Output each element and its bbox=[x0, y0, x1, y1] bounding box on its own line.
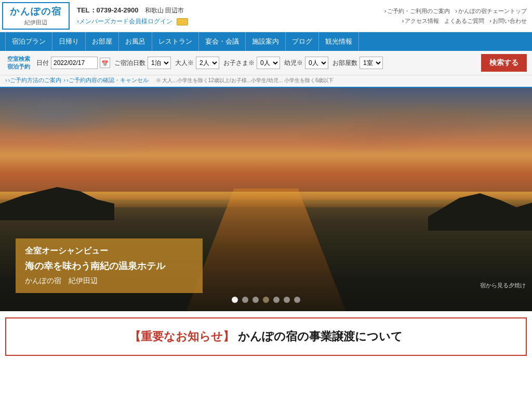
dot-6[interactable] bbox=[284, 297, 290, 303]
notice-text: かんぽの宿の事業譲渡について bbox=[238, 330, 403, 343]
hero-dots bbox=[232, 297, 300, 303]
login-link[interactable]: ›メンバーズカード会員様ログイン bbox=[77, 17, 172, 26]
header-contact: TEL：0739-24-2900 和歌山 田辺市 bbox=[77, 6, 374, 15]
infants-label: 幼児※ bbox=[284, 59, 303, 68]
rooms-label: お部屋数 bbox=[332, 59, 357, 68]
header-middle: TEL：0739-24-2900 和歌山 田辺市 ›メンバーズカード会員様ログイ… bbox=[72, 0, 379, 32]
nav-accommodation[interactable]: 宿泊プラン bbox=[5, 32, 52, 51]
nav-banquet[interactable]: 宴会・会議 bbox=[199, 32, 246, 51]
header: かんぽの宿 紀伊田辺 TEL：0739-24-2900 和歌山 田辺市 ›メンバ… bbox=[0, 0, 532, 32]
chain-top-link[interactable]: かんぽの宿チェーントップ bbox=[455, 7, 527, 15]
adults-label: 大人※ bbox=[175, 59, 194, 68]
dot-5[interactable] bbox=[273, 297, 280, 303]
logo[interactable]: かんぽの宿 紀伊田辺 bbox=[2, 2, 70, 30]
header-links-row1: ご予約・ご利用のご案内 かんぽの宿チェーントップ bbox=[384, 7, 527, 15]
nights-select[interactable]: 1泊 bbox=[148, 57, 171, 69]
header-links-row2: アクセス情報 よくあるご質問 お問い合わせ bbox=[402, 17, 527, 25]
reservation-confirm-link[interactable]: ›ご予約内容の確認・キャンセル bbox=[63, 76, 148, 84]
header-login[interactable]: ›メンバーズカード会員様ログイン bbox=[77, 17, 374, 26]
nav-tourism[interactable]: 観光情報 bbox=[319, 32, 359, 51]
search-button[interactable]: 検索する bbox=[481, 54, 527, 72]
nights-label: ご宿泊日数 bbox=[114, 59, 145, 68]
rooms-select[interactable]: 1室 bbox=[360, 57, 383, 69]
children-field: お子さま※ 0人 bbox=[223, 57, 280, 69]
card-icon bbox=[177, 18, 188, 25]
nav-facilities[interactable]: 施設案内 bbox=[246, 32, 286, 51]
reservation-method-link[interactable]: ›ご予約方法のご案内 bbox=[5, 76, 61, 84]
search-note: ※ 大人...小学生を除く12歳以上/お子様...小学生/幼児... 小学生を除… bbox=[156, 77, 334, 84]
adults-select[interactable]: 2人 bbox=[196, 57, 219, 69]
access-link[interactable]: アクセス情報 bbox=[402, 17, 440, 25]
dot-7[interactable] bbox=[294, 297, 300, 303]
tel-number: TEL：0739-24-2900 bbox=[77, 6, 139, 15]
main-nav: 宿泊プラン 日帰り お部屋 お風呂 レストラン 宴会・会議 施設案内 ブログ 観… bbox=[0, 32, 532, 51]
hero-caption: 宿から見る夕焼け bbox=[480, 282, 526, 289]
adults-field: 大人※ 2人 bbox=[175, 57, 219, 69]
header-links: ご予約・ご利用のご案内 かんぽの宿チェーントップ アクセス情報 よくあるご質問 … bbox=[379, 0, 532, 32]
nav-blog[interactable]: ブログ bbox=[286, 32, 319, 51]
infants-select[interactable]: 0人 bbox=[305, 57, 328, 69]
nights-field: ご宿泊日数 1泊 bbox=[114, 57, 171, 69]
search-labels: 空室検索 宿泊予約 bbox=[5, 55, 32, 71]
location: 和歌山 田辺市 bbox=[145, 6, 184, 15]
notice-section: 【重要なお知らせ】 かんぽの宿の事業譲渡について bbox=[5, 317, 527, 356]
dot-4[interactable] bbox=[263, 297, 269, 303]
children-label: お子さま※ bbox=[223, 59, 255, 68]
nav-bath[interactable]: お風呂 bbox=[119, 32, 152, 51]
reservation-link[interactable]: ご予約・ご利用のご案内 bbox=[384, 7, 450, 15]
infants-field: 幼児※ 0人 bbox=[284, 57, 328, 69]
nav-rooms[interactable]: お部屋 bbox=[86, 32, 119, 51]
notice-bracket: 【重要なお知らせ】 bbox=[129, 330, 234, 343]
hero-text-box: 全室オーシャンビュー 海の幸を味わう南紀の温泉ホテル かんぽの宿 紀伊田辺 bbox=[16, 238, 203, 293]
hero-line2: 海の幸を味わう南紀の温泉ホテル bbox=[25, 260, 193, 272]
logo-text: かんぽの宿 bbox=[10, 5, 62, 18]
logo-sub: 紀伊田辺 bbox=[24, 19, 47, 26]
dot-3[interactable] bbox=[252, 297, 259, 303]
search-row2: ›ご予約方法のご案内 ›ご予約内容の確認・キャンセル ※ 大人...小学生を除く… bbox=[0, 75, 532, 88]
children-select[interactable]: 0人 bbox=[257, 57, 280, 69]
date-field: 日付 📅 bbox=[36, 57, 110, 69]
date-label: 日付 bbox=[36, 59, 49, 68]
date-input[interactable] bbox=[51, 57, 98, 69]
nav-restaurant[interactable]: レストラン bbox=[152, 32, 199, 51]
search-label2: 宿泊予約 bbox=[7, 63, 30, 71]
contact-link[interactable]: お問い合わせ bbox=[489, 17, 527, 25]
hero-section: 全室オーシャンビュー 海の幸を味わう南紀の温泉ホテル かんぽの宿 紀伊田辺 宿か… bbox=[0, 88, 532, 311]
nav-daytrip[interactable]: 日帰り bbox=[52, 32, 86, 51]
dot-2[interactable] bbox=[242, 297, 248, 303]
faq-link[interactable]: よくあるご質問 bbox=[444, 17, 484, 25]
notice-title: 【重要なお知らせ】 かんぽの宿の事業譲渡について bbox=[129, 330, 402, 343]
hero-line1: 全室オーシャンビュー bbox=[25, 246, 193, 257]
dot-1[interactable] bbox=[232, 297, 238, 303]
search-bar: 空室検索 宿泊予約 日付 📅 ご宿泊日数 1泊 大人※ 2人 お子さま※ 0人 … bbox=[0, 51, 532, 75]
calendar-icon[interactable]: 📅 bbox=[100, 58, 110, 68]
hero-line3: かんぽの宿 紀伊田辺 bbox=[25, 276, 193, 286]
search-label1: 空室検索 bbox=[7, 55, 30, 63]
rooms-field: お部屋数 1室 bbox=[332, 57, 383, 69]
